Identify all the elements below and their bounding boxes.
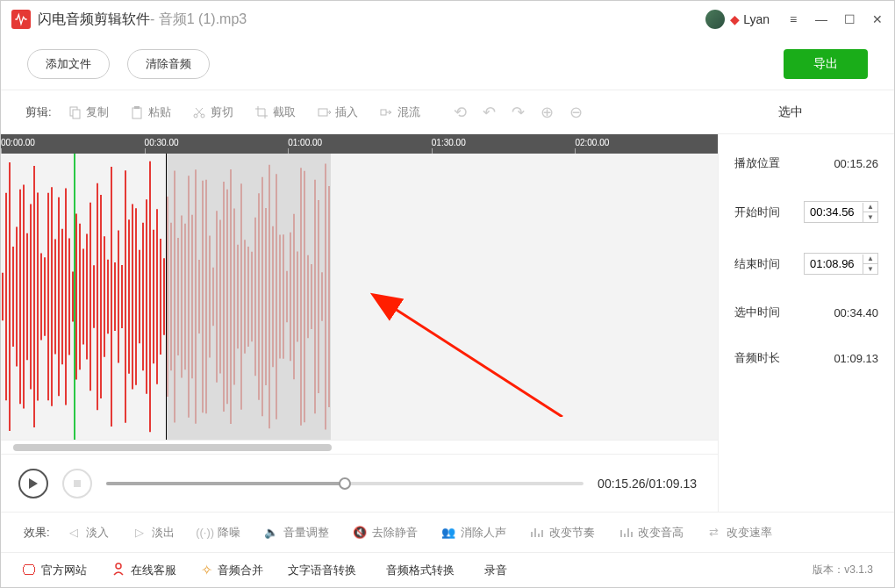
menu-button[interactable]: ≡ — [787, 13, 799, 25]
undo-icon[interactable]: ↶ — [483, 103, 496, 122]
paste-icon — [130, 105, 144, 119]
merge-icon: ✧ — [201, 562, 212, 578]
copy-icon — [68, 105, 82, 119]
close-button[interactable]: ✕ — [871, 13, 884, 25]
end-down-arrow[interactable]: ▼ — [863, 264, 877, 274]
ruler-tick: 01:00.00 — [288, 138, 322, 147]
add-file-button[interactable]: 添加文件 — [27, 49, 110, 79]
premium-icon: ◆ — [730, 12, 740, 26]
play-position-value: 00:15.26 — [834, 157, 878, 170]
svg-rect-6 — [319, 109, 327, 116]
noise-icon: ((·)) — [197, 526, 213, 540]
export-button[interactable]: 导出 — [784, 49, 868, 79]
user-avatar[interactable] — [705, 10, 725, 29]
svg-rect-1 — [73, 110, 80, 118]
user-name[interactable]: Lyan — [743, 12, 770, 26]
maximize-button[interactable]: ☐ — [843, 13, 856, 25]
clear-audio-button[interactable]: 清除音频 — [127, 49, 210, 79]
version-label: 版本：v3.1.3 — [813, 563, 873, 577]
scrollbar-thumb[interactable] — [13, 444, 332, 451]
progress-bar[interactable] — [106, 482, 584, 485]
remove-vocal-effect[interactable]: 👥消除人声 — [440, 525, 506, 541]
horizontal-scrollbar[interactable] — [1, 440, 718, 454]
progress-knob[interactable] — [339, 477, 351, 490]
selection-region[interactable] — [166, 154, 331, 440]
record-link[interactable]: 录音 — [484, 563, 507, 578]
redo-icon[interactable]: ↷ — [512, 103, 525, 122]
fade-in-effect[interactable]: ◁淡入 — [66, 525, 109, 541]
audio-duration-value: 01:09.13 — [834, 352, 878, 365]
stop-button[interactable] — [62, 469, 92, 498]
svg-marker-104 — [29, 478, 38, 489]
insert-icon — [317, 105, 331, 119]
zoom-in-icon[interactable]: ⊕ — [541, 103, 554, 122]
app-window: 闪电音频剪辑软件 - 音频1 (1).mp3 ◆ Lyan ≡ — ☐ ✕ 添加… — [0, 0, 895, 588]
speed-icon: ⇄ — [706, 526, 722, 540]
end-time-row: 结束时间 ▲▼ — [734, 253, 878, 275]
start-time-stepper[interactable]: ▲▼ — [804, 201, 878, 223]
speed-effect[interactable]: ⇄改变速率 — [706, 525, 772, 541]
remove-silence-effect[interactable]: 🔇去除静音 — [352, 525, 418, 541]
ruler-tick: 00:00.00 — [1, 138, 35, 147]
tts-link[interactable]: 文字语音转换 — [288, 563, 356, 578]
waveform-column: 00:00.0000:30.0001:00.0001:30.0002:00.00… — [1, 134, 719, 512]
start-time-row: 开始时间 ▲▼ — [734, 201, 878, 223]
volume-effect[interactable]: 🔈音量调整 — [263, 525, 329, 541]
svg-rect-3 — [134, 106, 140, 109]
edit-toolbar: 剪辑: 复制 粘贴 剪切 截取 插入 混流 ⟲ ↶ ↷ ⊕ ⊖ 选中 — [1, 90, 894, 134]
monitor-icon: 🖵 — [22, 563, 36, 578]
end-time-input[interactable] — [805, 254, 863, 274]
edit-label: 剪辑: — [25, 104, 52, 120]
paste-tool[interactable]: 粘贴 — [130, 104, 171, 120]
history-buttons: ⟲ ↶ ↷ — [454, 103, 525, 122]
fade-out-effect[interactable]: ▷淡出 — [132, 525, 175, 541]
official-site-link[interactable]: 🖵官方网站 — [22, 563, 87, 578]
file-name: - 音频1 (1).mp3 — [150, 11, 247, 29]
undo-all-icon[interactable]: ⟲ — [454, 103, 467, 122]
format-convert-link[interactable]: 音频格式转换 — [386, 563, 455, 578]
minimize-button[interactable]: — — [815, 13, 827, 25]
zoom-out-icon[interactable]: ⊖ — [569, 103, 583, 122]
fade-out-icon: ▷ — [132, 526, 147, 540]
fade-in-icon: ◁ — [66, 526, 82, 540]
end-up-arrow[interactable]: ▲ — [863, 255, 877, 264]
scissors-icon — [192, 105, 206, 119]
waveform-canvas[interactable] — [1, 154, 718, 440]
pitch-effect[interactable]: 改变音高 — [618, 525, 684, 541]
support-link[interactable]: 在线客服 — [111, 562, 176, 579]
end-time-stepper[interactable]: ▲▼ — [804, 253, 878, 275]
noise-reduce-effect[interactable]: ((·))降噪 — [197, 525, 240, 541]
selection-header: 选中 — [712, 104, 870, 120]
footer: 🖵官方网站 在线客服 ✧音频合并 文字语音转换 音频格式转换 录音 版本：v3.… — [1, 552, 894, 587]
crop-tool[interactable]: 截取 — [254, 104, 296, 120]
audio-duration-row: 音频时长 01:09.13 — [734, 350, 878, 366]
mix-icon — [379, 105, 393, 119]
tempo-effect[interactable]: 改变节奏 — [529, 525, 595, 541]
side-panel: 播放位置 00:15.26 开始时间 ▲▼ 结束时间 ▲▼ 选中时间 00:34 — [719, 134, 894, 512]
top-toolbar: 添加文件 清除音频 导出 — [1, 38, 894, 90]
time-display: 00:15.26/01:09.13 — [598, 477, 697, 491]
audio-merge-link[interactable]: ✧音频合并 — [201, 562, 263, 578]
main-area: 00:00.0000:30.0001:00.0001:30.0002:00.00… — [1, 134, 894, 512]
mix-tool[interactable]: 混流 — [379, 104, 420, 120]
selection-cursor[interactable] — [166, 154, 167, 440]
play-button[interactable] — [18, 469, 48, 498]
volume-icon: 🔈 — [263, 526, 279, 540]
insert-tool[interactable]: 插入 — [317, 104, 358, 120]
ruler-tick: 01:30.00 — [432, 138, 466, 147]
time-ruler[interactable]: 00:00.0000:30.0001:00.0001:30.0002:00.00 — [1, 134, 718, 154]
selected-duration-row: 选中时间 00:34.40 — [734, 305, 878, 320]
start-down-arrow[interactable]: ▼ — [863, 212, 877, 222]
pitch-icon — [618, 526, 634, 540]
svg-rect-2 — [132, 108, 141, 118]
playhead-indicator[interactable] — [74, 154, 75, 440]
svg-rect-7 — [381, 110, 386, 115]
effects-toolbar: 效果: ◁淡入 ▷淡出 ((·))降噪 🔈音量调整 🔇去除静音 👥消除人声 改变… — [1, 512, 894, 552]
start-up-arrow[interactable]: ▲ — [863, 203, 877, 212]
silence-icon: 🔇 — [352, 526, 368, 540]
cut-tool[interactable]: 剪切 — [192, 104, 233, 120]
app-title: 闪电音频剪辑软件 — [38, 11, 150, 29]
start-time-input[interactable] — [805, 202, 863, 222]
window-controls: ≡ — ☐ ✕ — [787, 13, 884, 25]
copy-tool[interactable]: 复制 — [68, 104, 109, 120]
